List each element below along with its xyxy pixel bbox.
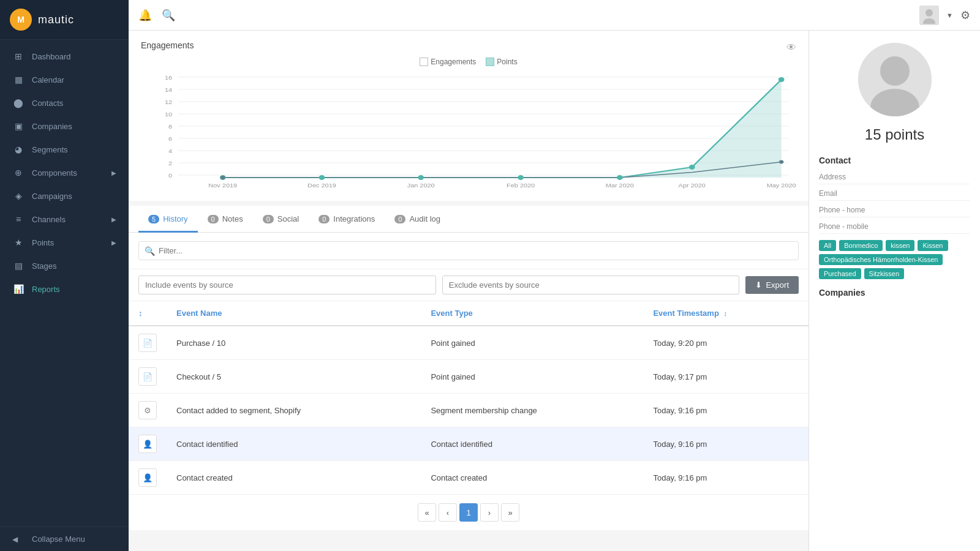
sort-icon: ↕	[138, 309, 143, 318]
svg-text:Mar 2020: Mar 2020	[606, 182, 635, 189]
row-event-name: Contact added to segment, Shopify	[167, 394, 421, 427]
pagination-next[interactable]: ›	[480, 503, 499, 522]
include-source-input[interactable]	[138, 276, 436, 294]
sidebar-item-label: Dashboard	[32, 52, 71, 61]
sidebar-item-label: Points	[32, 238, 54, 247]
pagination-prev[interactable]: ‹	[439, 503, 457, 522]
contact-tag[interactable]: Orthopädisches Hämorrholden-Kissen	[819, 254, 943, 265]
contact-tag[interactable]: All	[819, 240, 836, 251]
search-icon[interactable]: 🔍	[162, 9, 175, 22]
eye-icon[interactable]: 👁	[786, 42, 796, 53]
exclude-source-input[interactable]	[442, 276, 740, 294]
row-event-type: Contact identified	[421, 427, 643, 461]
export-button[interactable]: ⬇ Export	[745, 276, 799, 294]
row-timestamp: Today, 9:20 pm	[643, 326, 809, 360]
sidebar-item-points[interactable]: ★ Points ▶	[0, 231, 129, 254]
sidebar-item-components[interactable]: ⊕ Components ▶	[0, 161, 129, 184]
contact-section-title: Contact	[819, 156, 970, 165]
phone-mobile-field: Phone - mobile	[819, 220, 970, 234]
tab-audit-log[interactable]: 0 Audit log	[385, 206, 450, 233]
contact-avatar	[858, 43, 932, 116]
dropdown-icon[interactable]: ▼	[946, 12, 953, 19]
sidebar-item-label: Segments	[32, 145, 68, 154]
tab-notes[interactable]: 0 Notes	[198, 206, 253, 233]
filter-search-icon: 🔍	[145, 246, 155, 256]
col-event-name[interactable]: Event Name	[167, 301, 421, 326]
contacts-icon: ⬤	[12, 98, 24, 108]
legend-engagements-box	[420, 58, 428, 66]
row-icon-cell: 📄	[129, 326, 167, 360]
chart-title: Engagements	[141, 40, 194, 50]
row-icon-cell: ⚙	[129, 394, 167, 427]
email-field: Email	[819, 187, 970, 201]
sidebar-nav: ⊞ Dashboard ▦ Calendar ⬤ Contacts ▣ Comp…	[0, 40, 129, 527]
contact-tag[interactable]: Bonmedico	[839, 240, 883, 251]
chevron-right-icon: ▶	[111, 239, 116, 246]
svg-point-27	[689, 165, 695, 170]
topbar-right: ▼ ⚙	[919, 6, 970, 25]
tab-social[interactable]: 0 Social	[253, 206, 309, 233]
sidebar-item-label: Channels	[32, 215, 66, 224]
chevron-right-icon: ▶	[111, 170, 116, 176]
topbar: 🔔 🔍 ▼ ⚙	[129, 0, 980, 31]
filter-input[interactable]	[138, 241, 799, 260]
chart-section: Engagements 👁 Engagements Points	[129, 31, 809, 201]
row-icon: ⚙	[138, 401, 157, 419]
sidebar-item-reports[interactable]: 📊 Reports	[0, 277, 129, 301]
sidebar-item-channels[interactable]: ≡ Channels ▶	[0, 208, 129, 231]
tab-social-badge: 0	[263, 215, 274, 223]
svg-point-30	[779, 160, 783, 164]
svg-text:Dec 2019: Dec 2019	[307, 182, 336, 189]
legend-points-label: Points	[497, 58, 517, 66]
row-event-type: Point gained	[421, 360, 643, 394]
notification-icon[interactable]: 🔔	[138, 9, 152, 22]
sidebar-item-stages[interactable]: ▤ Stages	[0, 254, 129, 277]
svg-text:12: 12	[165, 99, 173, 105]
contact-tag[interactable]: Sitzkissen	[864, 268, 905, 279]
svg-text:Nov 2019: Nov 2019	[208, 182, 237, 189]
row-icon-cell: 👤	[129, 427, 167, 461]
table-row: 📄 Purchase / 10 Point gained Today, 9:20…	[129, 326, 809, 360]
sidebar-item-segments[interactable]: ◕ Segments	[0, 138, 129, 161]
table-row: 👤 Contact identified Contact identified …	[129, 427, 809, 461]
tags-container: AllBonmedicokissenKissenOrthopädisches H…	[819, 240, 970, 279]
sidebar-item-contacts[interactable]: ⬤ Contacts	[0, 91, 129, 114]
contact-tag[interactable]: kissen	[886, 240, 914, 251]
svg-text:4: 4	[168, 148, 173, 154]
contact-tag[interactable]: Kissen	[918, 240, 948, 251]
col-event-timestamp[interactable]: Event Timestamp ↕	[643, 301, 809, 326]
tab-history-badge: 5	[148, 215, 159, 223]
svg-point-23	[319, 175, 325, 180]
collapse-menu-button[interactable]: ◀ Collapse Menu	[0, 527, 129, 551]
settings-icon[interactable]: ⚙	[960, 9, 970, 22]
pagination-first[interactable]: «	[418, 503, 436, 522]
col-event-type[interactable]: Event Type	[421, 301, 643, 326]
sidebar-item-calendar[interactable]: ▦ Calendar	[0, 68, 129, 91]
svg-text:0: 0	[168, 173, 173, 179]
sidebar-item-label: Contacts	[32, 99, 63, 108]
svg-text:8: 8	[168, 124, 173, 130]
points-icon: ★	[12, 238, 24, 247]
channels-icon: ≡	[12, 214, 24, 224]
legend-engagements-label: Engagements	[431, 58, 476, 66]
tab-history[interactable]: 5 History	[138, 206, 198, 233]
collapse-label: Collapse Menu	[32, 534, 85, 544]
phone-home-field: Phone - home	[819, 203, 970, 217]
sidebar-item-companies[interactable]: ▣ Companies	[0, 114, 129, 138]
sidebar-item-campaigns[interactable]: ◈ Campaigns	[0, 184, 129, 208]
tabs-section: 5 History 0 Notes 0 Social 0 Integration…	[129, 206, 809, 233]
address-field: Address	[819, 170, 970, 184]
sidebar: M mautic ⊞ Dashboard ▦ Calendar ⬤ Contac…	[0, 0, 129, 551]
pagination-row: « ‹ 1 › »	[129, 495, 809, 530]
tab-history-label: History	[163, 214, 187, 223]
contact-tag[interactable]: Purchased	[819, 268, 861, 279]
col-icon[interactable]: ↕	[129, 301, 167, 326]
pagination-current[interactable]: 1	[459, 503, 478, 522]
export-icon: ⬇	[755, 280, 762, 290]
collapse-icon: ◀	[12, 535, 24, 544]
tab-integrations[interactable]: 0 Integrations	[309, 206, 385, 233]
pagination-last[interactable]: »	[501, 503, 519, 522]
sidebar-item-dashboard[interactable]: ⊞ Dashboard	[0, 45, 129, 68]
companies-icon: ▣	[12, 121, 24, 131]
reports-icon: 📊	[12, 284, 24, 294]
